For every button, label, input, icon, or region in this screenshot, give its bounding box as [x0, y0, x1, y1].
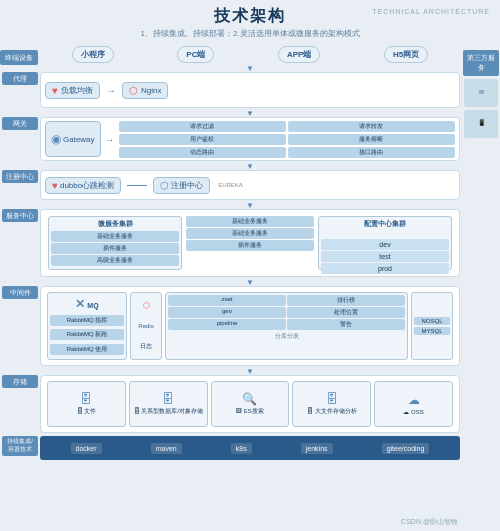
tool-docker: docker [71, 443, 102, 454]
gateway-section: 网关 ◉ Gateway → 请求过滤 请求转发 用户鉴权 服务熔断 动态路由 … [40, 117, 460, 161]
mysql-item: MYSQL [414, 327, 450, 335]
arrow-icon: → [106, 85, 116, 96]
db-icon-2: 🔍 [242, 392, 257, 406]
basic-svc-1: 基础业务服务 [186, 228, 314, 239]
left-label-service: 服务中心 [2, 209, 38, 222]
mq-box: ✕ MQ RabbitMQ 指挥 RabbitMQ 新跑 RabbitMQ 使用 [47, 292, 127, 360]
tool-jenkins: jenkins [301, 443, 333, 454]
db-icon-1: 🗄 [162, 392, 174, 406]
right-svc-sms: 📱 [464, 110, 498, 138]
dubbo-section: 注册中心 ♥ dubbo心跳检测 ⬡ 注册中心 EUREKA [40, 170, 460, 200]
basic-svc-0: 基础业务服务 [186, 216, 314, 227]
dubbo-label: dubbo心跳检测 [60, 180, 114, 191]
microservice-section: 服务中心 微服务集群 基础业务服务 插件服务 高级业务服务 基础业务服务 基础业… [40, 209, 460, 277]
reg-sub: EUREKA [218, 182, 243, 188]
ms-cluster-title: 微服务集群 [51, 219, 179, 229]
right-labels: 第三方服务 ✉ 📱 [462, 50, 500, 141]
dubbo-box: ♥ dubbo心跳检测 [45, 177, 121, 194]
nav-tab-pc[interactable]: PC端 [177, 46, 214, 63]
ms-item-0: 基础业务服务 [51, 231, 179, 242]
title-area: 技术架构 1、持续集成、持续部署；2.灵活选用单体或微服务的架构模式 TECHN… [0, 0, 500, 41]
zset-item-0: zset [168, 295, 286, 306]
tools-row: docker maven k8s jenkins gitee/coding [40, 436, 460, 460]
gateway-row: ◉ Gateway → 请求过滤 请求转发 用户鉴权 服务熔断 动态路由 接口路… [40, 117, 460, 161]
db-icon-3: 🗄 [326, 392, 338, 406]
env-dev: dev [321, 239, 449, 250]
redis-box: ⬡ Redis 日志 [130, 292, 162, 360]
zset-item-loc: 处理位置 [287, 307, 405, 318]
content-area: 小程序 PC端 APP端 H5网页 ▼ 代理 ♥ 负载均衡 → ⬡ Nginx [40, 46, 460, 529]
sms-icon: 📱 [478, 120, 485, 127]
zset-grid: zset 排行榜 geo 处理位置 pipeline 警告 [168, 295, 405, 330]
gw-arrow: → [105, 134, 115, 145]
load-balance-box: ♥ 负载均衡 [45, 82, 100, 99]
nav-tab-app[interactable]: APP端 [278, 46, 320, 63]
nginx-icon: ⬡ [129, 85, 138, 96]
ms-items: 基础业务服务 插件服务 高级业务服务 [51, 231, 179, 266]
storage-label-3: 🗄 大文件存储分析 [307, 407, 357, 416]
storage-row-container: 🗄 🗄 文件 🗄 🗄 关系型数据库/对象存储 🔍 🖼 ES搜索 🗄 🗄 大文件存… [40, 375, 460, 433]
config-cluster-title: 配置中心集群 [321, 219, 449, 229]
redis-log: 日志 [140, 342, 152, 351]
title-en: TECHNICAL ARCHITECTURE [372, 8, 490, 15]
storage-item-0: 🗄 🗄 文件 [47, 381, 126, 427]
gw-item-1: 请求转发 [288, 121, 455, 132]
heart-icon: ♥ [52, 85, 58, 96]
right-label-title: 第三方服务 [463, 50, 499, 76]
mq-item-0: RabbitMQ 指挥 [50, 315, 124, 326]
reg-center-label: 注册中心 [171, 180, 203, 191]
gw-item-0: 请求过滤 [119, 121, 286, 132]
reg-icon: ⬡ [160, 180, 169, 191]
gw-item-4: 动态路由 [119, 147, 286, 158]
left-label-terminal: 终端设备 [0, 50, 38, 65]
nosql-item: NOSQL [414, 317, 450, 325]
redis-label: Redis [138, 323, 153, 329]
db-icon-0: 🗄 [80, 392, 92, 406]
watermark: CSDN @卧山智牧 [401, 517, 458, 527]
storage-item-2: 🔍 🖼 ES搜索 [211, 381, 290, 427]
mq-label: ✕ MQ [50, 297, 124, 311]
nav-tab-mini[interactable]: 小程序 [72, 46, 114, 63]
ms-cluster: 微服务集群 基础业务服务 插件服务 高级业务服务 [48, 216, 182, 270]
main-container: 技术架构 1、持续集成、持续部署；2.灵活选用单体或微服务的架构模式 TECHN… [0, 0, 500, 531]
top-nav: 小程序 PC端 APP端 H5网页 [40, 46, 460, 63]
left-label-proxy: 代理 [2, 72, 38, 85]
tools-section: 持续集成/容器技术 docker maven k8s jenkins gitee… [40, 436, 460, 460]
config-items: dev test prod [321, 239, 449, 274]
gateway-items: 请求过滤 请求转发 用户鉴权 服务熔断 动态路由 接口路由 [119, 121, 455, 158]
left-label-storage: 存储 [2, 375, 38, 388]
tool-maven: maven [151, 443, 182, 454]
ms-item-2: 高级业务服务 [51, 255, 179, 266]
zset-item-warn: 警告 [287, 319, 405, 330]
left-label-registry: 注册中心 [2, 170, 38, 183]
nginx-label: Nginx [141, 86, 161, 95]
gateway-icon: ◉ [51, 132, 61, 146]
storage-item-3: 🗄 🗄 大文件存储分析 [292, 381, 371, 427]
conn-line [127, 185, 147, 186]
nav-tab-h5[interactable]: H5网页 [384, 46, 428, 63]
load-balance-row: ♥ 负载均衡 → ⬡ Nginx [40, 72, 460, 108]
mq-item-1: RabbitMQ 新跑 [50, 329, 124, 340]
redis-icon: ⬡ [143, 301, 150, 310]
gw-item-5: 接口路由 [288, 147, 455, 158]
zset-item-rank: 排行榜 [287, 295, 405, 306]
nosql-box: NOSQL MYSQL [411, 292, 453, 360]
left-label-gateway: 网关 [2, 117, 38, 130]
middleware-section: 中间件 ✕ MQ RabbitMQ 指挥 RabbitMQ 新跑 RabbitM… [40, 286, 460, 366]
config-cluster: 配置中心集群 dev test prod [318, 216, 452, 270]
storage-item-1: 🗄 🗄 关系型数据库/对象存储 [129, 381, 208, 427]
left-label-cicd: 持续集成/容器技术 [2, 436, 38, 456]
dubbo-icon: ♥ [52, 180, 58, 191]
title-subtitle: 1、持续集成、持续部署；2.灵活选用单体或微服务的架构模式 [0, 28, 500, 39]
gw-item-2: 用户鉴权 [119, 134, 286, 145]
mq-text: MQ [87, 302, 98, 309]
left-label-mw: 中间件 [2, 286, 38, 299]
tool-k8s: k8s [231, 443, 252, 454]
basic-svc-2: 插件服务 [186, 240, 314, 251]
gateway-box: ◉ Gateway [45, 121, 101, 157]
storage-label-4: ☁ OSS [403, 408, 423, 415]
cloud-icon: ☁ [408, 393, 420, 407]
storage-item-4: ☁ ☁ OSS [374, 381, 453, 427]
right-svc-email: ✉ [464, 79, 498, 107]
ms-row: 微服务集群 基础业务服务 插件服务 高级业务服务 基础业务服务 基础业务服务 插… [40, 209, 460, 277]
